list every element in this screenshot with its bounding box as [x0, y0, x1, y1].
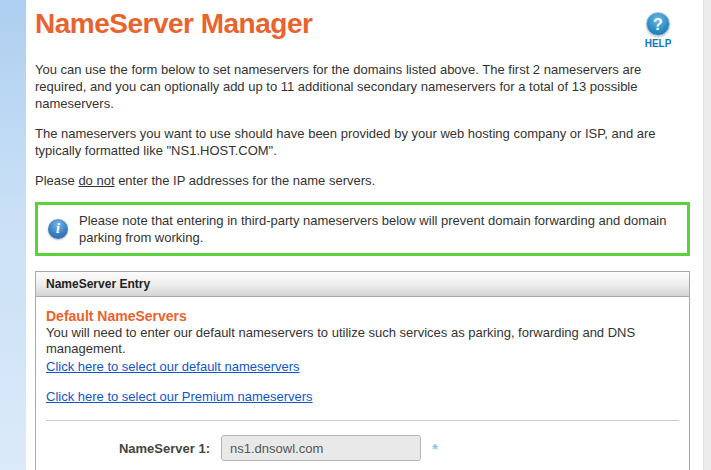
nameserver-entry-panel: NameServer Entry Default NameServers You…	[35, 271, 690, 470]
third-party-nameserver-notice: i Please note that entering in third-par…	[35, 202, 690, 256]
help-label[interactable]: HELP	[636, 38, 680, 49]
intro-paragraph-2: The nameservers you want to use should h…	[35, 125, 690, 159]
help-block: ? HELP	[636, 12, 680, 49]
info-icon: i	[48, 219, 68, 239]
nameserver-1-input[interactable]	[221, 435, 421, 461]
default-nameservers-description: You will need to enter our default names…	[46, 325, 679, 357]
p3-prefix: Please	[35, 173, 78, 188]
nameserver-form: NameServer 1: * NameServer 2: * NameServ…	[46, 435, 679, 470]
p3-suffix: enter the IP addresses for the name serv…	[115, 173, 376, 188]
help-icon[interactable]: ?	[646, 12, 670, 36]
right-page-edge-strip	[703, 0, 711, 470]
intro-paragraph-1: You can use the form below to set namese…	[35, 61, 690, 112]
intro-paragraph-3: Please do not enter the IP addresses for…	[35, 172, 690, 189]
select-default-nameservers-link[interactable]: Click here to select our default nameser…	[46, 359, 300, 374]
p3-do-not-emphasis: do not	[78, 173, 114, 188]
nameserver-1-label: NameServer 1:	[46, 441, 221, 456]
panel-header: NameServer Entry	[36, 272, 689, 297]
page-header: NameServer Manager ? HELP	[35, 8, 690, 40]
left-page-margin-strip	[0, 0, 26, 470]
notice-text: Please note that entering in third-party…	[79, 212, 677, 246]
main-content: NameServer Manager ? HELP You can use th…	[35, 0, 690, 470]
page-title: NameServer Manager	[35, 8, 690, 40]
panel-body: Default NameServers You will need to ent…	[36, 297, 689, 470]
default-nameservers-heading: Default NameServers	[46, 308, 679, 324]
required-asterisk: *	[432, 440, 438, 457]
select-premium-nameservers-link[interactable]: Click here to select our Premium nameser…	[46, 389, 313, 404]
form-divider	[46, 420, 679, 421]
nameserver-1-row: NameServer 1: *	[46, 435, 679, 461]
